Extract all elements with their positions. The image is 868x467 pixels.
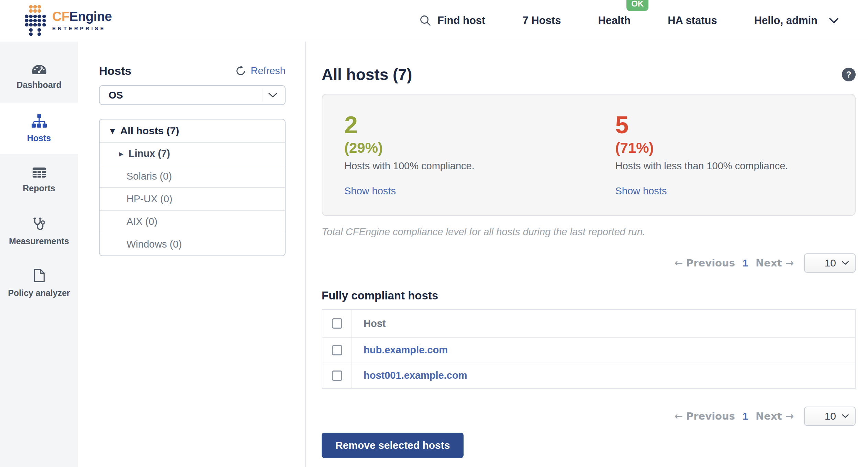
brand-cf: CF bbox=[52, 9, 69, 24]
next-page-button[interactable]: Next → bbox=[756, 410, 794, 422]
row-checkbox[interactable] bbox=[332, 371, 342, 381]
brand-engine: Engine bbox=[69, 9, 112, 24]
tree-item-solaris[interactable]: Solaris (0) bbox=[100, 165, 285, 187]
page-size-select[interactable]: 10 bbox=[804, 253, 856, 273]
tree-collapsed-icon: ▶ bbox=[119, 150, 123, 157]
tree-item-linux[interactable]: ▶ Linux (7) bbox=[100, 142, 285, 165]
compliance-summary-card: 2 (29%) Hosts with 100% compliance. Show… bbox=[322, 94, 856, 216]
nav-health[interactable]: Health OK bbox=[598, 14, 631, 27]
sitemap-icon bbox=[32, 114, 47, 128]
document-icon bbox=[33, 268, 45, 283]
tree-item-hpux[interactable]: HP-UX (0) bbox=[100, 187, 285, 210]
host-link[interactable]: host001.example.com bbox=[364, 370, 467, 381]
user-menu-label: Hello, admin bbox=[754, 14, 817, 27]
row-checkbox-cell bbox=[322, 363, 352, 388]
refresh-label: Refresh bbox=[251, 65, 286, 77]
chevron-down-icon bbox=[268, 93, 277, 98]
refresh-button[interactable]: Refresh bbox=[235, 65, 286, 77]
select-all-checkbox[interactable] bbox=[332, 318, 342, 329]
noncompliant-stat: 5 (71%) Hosts with less than 100% compli… bbox=[615, 113, 855, 215]
stethoscope-icon bbox=[32, 217, 46, 231]
tree-expanded-icon: ▼ bbox=[110, 127, 115, 135]
compliant-count: 2 bbox=[344, 113, 615, 137]
current-page-number[interactable]: 1 bbox=[743, 411, 748, 422]
pagination-bottom: ← Previous 1 Next → 10 bbox=[322, 407, 856, 426]
user-menu[interactable]: Hello, admin bbox=[754, 14, 838, 27]
noncompliant-count: 5 bbox=[615, 113, 855, 137]
noncompliant-percent: (71%) bbox=[615, 140, 855, 156]
page-title: All hosts (7) bbox=[322, 65, 412, 84]
hosts-panel-title: Hosts bbox=[99, 64, 131, 78]
help-icon[interactable]: ? bbox=[842, 68, 856, 81]
os-filter-value: OS bbox=[109, 90, 123, 101]
sidebar-item-reports[interactable]: Reports bbox=[0, 154, 78, 206]
table-icon bbox=[32, 167, 46, 178]
pagination-top: ← Previous 1 Next → 10 bbox=[322, 253, 856, 273]
tree-item-aix[interactable]: AIX (0) bbox=[100, 210, 285, 233]
sidebar-item-label: Hosts bbox=[27, 133, 51, 143]
compliant-stat: 2 (29%) Hosts with 100% compliance. Show… bbox=[322, 113, 615, 215]
remove-selected-hosts-button[interactable]: Remove selected hosts bbox=[322, 433, 464, 458]
tree-item-windows[interactable]: Windows (0) bbox=[100, 233, 285, 255]
show-hosts-link-compliant[interactable]: Show hosts bbox=[344, 185, 396, 197]
table-row: hub.example.com bbox=[322, 337, 855, 363]
app-header: CFEngine ENTERPRISE Find host 7 Hosts He… bbox=[0, 0, 868, 41]
page-size-select[interactable]: 10 bbox=[804, 407, 856, 426]
search-icon bbox=[420, 15, 431, 26]
host-link[interactable]: hub.example.com bbox=[364, 344, 448, 356]
chevron-down-icon bbox=[829, 18, 838, 23]
cfengine-logo[interactable]: CFEngine ENTERPRISE bbox=[25, 5, 112, 36]
row-checkbox[interactable] bbox=[332, 345, 342, 355]
chevron-down-icon bbox=[842, 414, 849, 418]
sidebar-item-label: Measurements bbox=[9, 236, 69, 246]
sidebar-item-hosts[interactable]: Hosts bbox=[0, 103, 78, 154]
compliant-description: Hosts with 100% compliance. bbox=[344, 160, 615, 172]
sidebar-item-measurements[interactable]: Measurements bbox=[0, 206, 78, 257]
previous-page-button[interactable]: ← Previous bbox=[675, 257, 735, 269]
cfengine-logo-icon bbox=[25, 5, 46, 36]
compliance-caption: Total CFEngine compliance level for all … bbox=[322, 226, 856, 238]
os-filter-select[interactable]: OS bbox=[99, 85, 286, 105]
sidebar-item-label: Reports bbox=[23, 183, 55, 193]
sidebar-nav: Dashboard Hosts Reports bbox=[0, 42, 78, 467]
next-page-button[interactable]: Next → bbox=[756, 257, 794, 269]
compliant-percent: (29%) bbox=[344, 140, 615, 156]
nav-ha-status[interactable]: HA status bbox=[668, 14, 717, 27]
sidebar-item-policy-analyzer[interactable]: Policy analyzer bbox=[0, 257, 78, 309]
hosts-panel: Hosts Refresh OS ▼ All hosts (7) ▶ Linux… bbox=[78, 42, 306, 467]
noncompliant-description: Hosts with less than 100% compliance. bbox=[615, 160, 855, 172]
refresh-icon bbox=[235, 66, 246, 76]
tree-item-all-hosts[interactable]: ▼ All hosts (7) bbox=[100, 119, 285, 142]
sidebar-item-label: Dashboard bbox=[16, 80, 62, 90]
host-table: Host hub.example.com host001.example.com bbox=[322, 309, 856, 389]
previous-page-button[interactable]: ← Previous bbox=[675, 410, 735, 422]
find-host-search[interactable]: Find host bbox=[420, 14, 485, 27]
compliant-hosts-heading: Fully compliant hosts bbox=[322, 289, 856, 302]
host-tree: ▼ All hosts (7) ▶ Linux (7) Solaris (0) … bbox=[99, 119, 286, 256]
current-page-number[interactable]: 1 bbox=[743, 258, 748, 269]
find-host-label: Find host bbox=[437, 14, 485, 27]
sidebar-item-label: Policy analyzer bbox=[8, 288, 70, 298]
table-header-row: Host bbox=[322, 310, 855, 337]
brand-subtitle: ENTERPRISE bbox=[52, 25, 112, 31]
health-status-badge: OK bbox=[626, 0, 648, 11]
main-content: All hosts (7) ? 2 (29%) Hosts with 100% … bbox=[307, 42, 868, 467]
select-divider bbox=[263, 89, 263, 101]
host-column-header: Host bbox=[352, 310, 386, 337]
brand-text: CFEngine ENTERPRISE bbox=[52, 10, 112, 31]
sidebar-item-dashboard[interactable]: Dashboard bbox=[0, 51, 78, 103]
nav-hosts-count[interactable]: 7 Hosts bbox=[522, 14, 561, 27]
page-size-value: 10 bbox=[825, 410, 836, 422]
header-nav: Find host 7 Hosts Health OK HA status He… bbox=[420, 14, 838, 27]
gauge-icon bbox=[31, 64, 47, 75]
row-checkbox-cell bbox=[322, 338, 352, 363]
page-size-value: 10 bbox=[825, 257, 836, 269]
table-row: host001.example.com bbox=[322, 363, 855, 388]
chevron-down-icon bbox=[842, 261, 849, 265]
show-hosts-link-noncompliant[interactable]: Show hosts bbox=[615, 185, 667, 197]
header-checkbox-cell bbox=[322, 310, 352, 337]
